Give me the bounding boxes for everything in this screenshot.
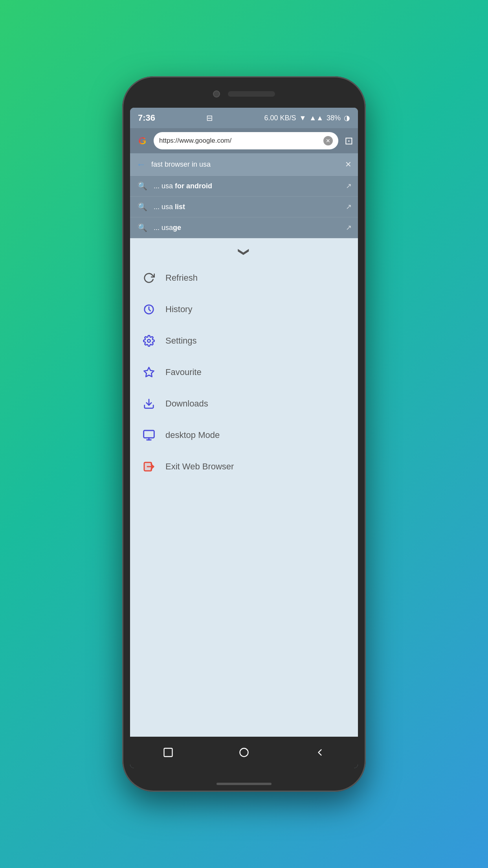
menu-label-favourite: Favourite: [165, 367, 202, 377]
menu-item-history[interactable]: History: [130, 294, 358, 325]
home-indicator: [216, 783, 272, 785]
status-device-icon: ⊟: [206, 113, 213, 123]
svg-rect-9: [164, 748, 172, 757]
suggestion-text-2: ... usa list: [154, 203, 340, 211]
menu-label-downloads: Downloads: [165, 399, 208, 409]
phone-bottom: [216, 776, 272, 792]
desktop-icon: [142, 428, 156, 442]
bottom-nav-bar: [130, 737, 358, 768]
status-speed: 6.00 KB/S: [264, 114, 296, 122]
svg-rect-4: [144, 430, 154, 438]
url-bar[interactable]: G https://www.google.com/ ✕ ⊡: [130, 128, 358, 153]
bottom-menu-panel: ❯ Refriesh: [130, 238, 358, 737]
phone-device: 7:36 ⊟ 6.00 KB/S ▼ ▲▲ 38% ◑ G https://ww…: [122, 76, 366, 792]
chevron-row: ❯: [130, 238, 358, 262]
suggestion-arrow-2: ↗: [346, 202, 352, 211]
url-text: https://www.google.com/: [159, 137, 320, 145]
favourite-icon: [142, 365, 156, 379]
svg-point-1: [147, 339, 150, 342]
menu-item-exit[interactable]: Exit Web Browser: [130, 451, 358, 482]
signal-icon: ▲▲: [309, 114, 323, 122]
bookmark-icon[interactable]: ⊡: [345, 135, 353, 147]
wifi-icon: ▼: [299, 114, 306, 122]
back-arrow-icon[interactable]: ←: [136, 159, 146, 170]
battery-icon: ◑: [344, 114, 350, 122]
battery-level: 38%: [327, 114, 341, 122]
menu-item-downloads[interactable]: Downloads: [130, 388, 358, 419]
downloads-icon: [142, 397, 156, 411]
suggestion-main-text: fast browser in usa: [151, 160, 339, 169]
speaker-grille: [228, 91, 275, 97]
svg-marker-2: [144, 368, 154, 377]
suggestion-item[interactable]: 🔍 ... usa for android ↗: [130, 176, 358, 197]
menu-label-desktop: desktop Mode: [165, 430, 220, 440]
camera-circle: [213, 90, 220, 97]
search-icon-2: 🔍: [136, 202, 148, 211]
suggestion-arrow-3: ↗: [346, 223, 352, 232]
suggestion-text-3: ... usage: [154, 224, 340, 232]
suggestion-main[interactable]: ← fast browser in usa ✕: [130, 153, 358, 176]
history-icon: [142, 302, 156, 316]
phone-screen: 7:36 ⊟ 6.00 KB/S ▼ ▲▲ 38% ◑ G https://ww…: [130, 108, 358, 768]
menu-item-desktop[interactable]: desktop Mode: [130, 419, 358, 451]
status-bar: 7:36 ⊟ 6.00 KB/S ▼ ▲▲ 38% ◑: [130, 108, 358, 128]
menu-label-history: History: [165, 304, 192, 314]
suggestion-item[interactable]: 🔍 ... usage ↗: [130, 217, 358, 238]
suggestion-text-1: ... usa for android: [154, 182, 340, 190]
status-time: 7:36: [138, 113, 155, 123]
suggestions-panel: ← fast browser in usa ✕ 🔍 ... usa for an…: [130, 153, 358, 238]
menu-item-refresh[interactable]: Refriesh: [130, 262, 358, 294]
google-logo: G: [135, 133, 150, 148]
url-clear-button[interactable]: ✕: [323, 136, 333, 145]
exit-icon: [142, 460, 156, 474]
status-icons: 6.00 KB/S ▼ ▲▲ 38% ◑: [264, 114, 350, 122]
nav-square-button[interactable]: [156, 741, 180, 764]
suggestion-arrow-1: ↗: [346, 182, 352, 190]
menu-item-favourite[interactable]: Favourite: [130, 357, 358, 388]
suggestion-close-icon[interactable]: ✕: [345, 160, 352, 169]
nav-home-button[interactable]: [232, 741, 256, 764]
refresh-icon: [142, 271, 156, 285]
search-icon-1: 🔍: [136, 181, 148, 191]
menu-label-refresh: Refriesh: [165, 273, 198, 283]
phone-notch: [122, 76, 366, 108]
menu-label-exit: Exit Web Browser: [165, 462, 234, 472]
url-input[interactable]: https://www.google.com/ ✕: [154, 132, 338, 149]
menu-label-settings: Settings: [165, 336, 197, 346]
settings-icon: [142, 334, 156, 348]
search-icon-3: 🔍: [136, 223, 148, 232]
svg-point-10: [240, 748, 248, 757]
chevron-down-icon: ❯: [238, 247, 251, 256]
nav-back-button[interactable]: [308, 741, 332, 764]
menu-item-settings[interactable]: Settings: [130, 325, 358, 357]
suggestion-item[interactable]: 🔍 ... usa list ↗: [130, 197, 358, 217]
